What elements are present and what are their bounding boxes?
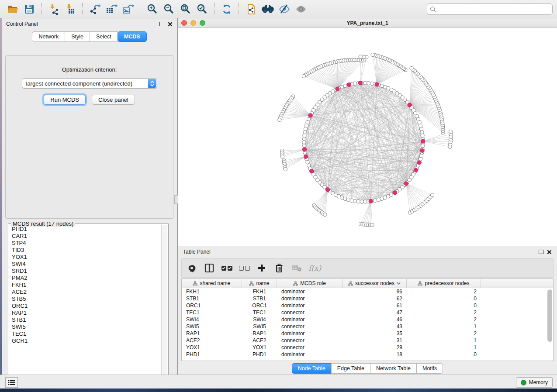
- columns-icon[interactable]: [204, 262, 215, 274]
- memory-status-icon: [521, 380, 526, 385]
- tab-style[interactable]: Style: [65, 31, 90, 42]
- mcds-result-item[interactable]: ACE2: [10, 289, 161, 296]
- delete-table-icon: [291, 262, 302, 274]
- deselect-all-icon[interactable]: [239, 262, 250, 274]
- open-session-icon[interactable]: [5, 2, 20, 16]
- table-row[interactable]: FKH1FKH1dominator962: [182, 288, 553, 295]
- network-titlebar: YPA_prune.txt_1: [178, 18, 557, 28]
- optimization-criterion-label: Optimization criterion:: [6, 66, 173, 73]
- export-network-icon[interactable]: [87, 2, 102, 16]
- zoom-out-icon[interactable]: [162, 2, 176, 16]
- column-header-successor-nodes[interactable]: successor nodes: [343, 279, 407, 288]
- global-search: [427, 3, 553, 15]
- cell-predecessor-nodes: 2: [407, 330, 481, 337]
- table-body: FKH1FKH1dominator962STB1STB1dominator620…: [182, 288, 553, 358]
- column-header-name[interactable]: name: [242, 279, 277, 288]
- mcds-result-item[interactable]: SRD1: [10, 268, 161, 275]
- import-network-icon[interactable]: [46, 2, 61, 16]
- run-mcds-button[interactable]: Run MCDS: [44, 95, 86, 105]
- cell-shared-name: TEC1: [182, 309, 242, 316]
- tab-select[interactable]: Select: [90, 31, 118, 42]
- zoom-in-icon[interactable]: [145, 2, 160, 16]
- close-table-panel-icon[interactable]: [547, 250, 552, 254]
- cell-shared-name: STB1: [182, 296, 242, 302]
- fit-selected-icon[interactable]: [195, 2, 210, 16]
- tab-network-table[interactable]: Network Table: [370, 363, 417, 374]
- show-graphics-details-icon[interactable]: [294, 2, 308, 16]
- column-header-shared-name[interactable]: shared name: [182, 279, 242, 288]
- gear-icon[interactable]: [186, 262, 197, 274]
- mcds-result-item[interactable]: FKH1: [10, 282, 161, 289]
- table-scrollbar[interactable]: [547, 289, 552, 359]
- table-row[interactable]: YOX1YOX1connector291: [182, 344, 553, 351]
- close-panel-icon[interactable]: [168, 22, 173, 27]
- tab-mcds[interactable]: MCDS: [118, 31, 147, 42]
- criterion-dropdown[interactable]: largest connected component (undirected): [22, 78, 157, 89]
- network-canvas[interactable]: [178, 28, 557, 246]
- tab-edge-table[interactable]: Edge Table: [331, 363, 370, 374]
- mcds-result-item[interactable]: SWI4: [10, 261, 161, 268]
- cell-successor-nodes: 62: [343, 296, 407, 302]
- table-row[interactable]: SWI5SWI5connector431: [182, 323, 553, 330]
- cell-successor-nodes: 29: [343, 344, 407, 351]
- toolbar-separator: [140, 3, 141, 15]
- cell-name: ACE2: [242, 337, 277, 344]
- mcds-result-item[interactable]: ORC1: [10, 303, 161, 309]
- add-icon[interactable]: [256, 262, 267, 274]
- export-table-icon[interactable]: [104, 2, 119, 16]
- select-all-icon[interactable]: [221, 262, 232, 274]
- hide-graphics-details-icon[interactable]: [277, 2, 292, 16]
- table-scrollbar-thumb[interactable]: [547, 289, 552, 342]
- cell-MCDS-role: connector: [277, 323, 343, 330]
- cell-MCDS-role: dominator: [277, 316, 343, 323]
- search-icon: [430, 6, 436, 12]
- mcds-result-item[interactable]: TEC1: [10, 330, 161, 337]
- mcds-result-item[interactable]: PHD1: [10, 226, 161, 233]
- import-table-icon[interactable]: [63, 2, 78, 16]
- mcds-result-item[interactable]: STP4: [10, 240, 161, 247]
- table-row[interactable]: SWI4SWI4dominator462: [182, 316, 553, 323]
- mcds-result-item[interactable]: GCR1: [10, 337, 161, 344]
- mcds-result-item[interactable]: STB5: [10, 296, 161, 303]
- search-input[interactable]: [438, 6, 550, 13]
- close-panel-button[interactable]: Close panel: [92, 95, 135, 105]
- cell-predecessor-nodes: 1: [407, 337, 481, 344]
- tab-node-table[interactable]: Node Table: [292, 363, 332, 374]
- mcds-result-item[interactable]: PMA2: [10, 275, 161, 282]
- toolbar-separator: [239, 3, 239, 15]
- cell-MCDS-role: dominator: [277, 351, 343, 358]
- tab-network[interactable]: Network: [32, 31, 65, 42]
- refresh-icon[interactable]: [219, 2, 234, 16]
- memory-button[interactable]: Memory: [516, 377, 553, 388]
- export-image-icon[interactable]: [121, 2, 135, 16]
- table-row[interactable]: ORC1ORC1dominator610: [182, 302, 553, 309]
- cell-MCDS-role: connector: [277, 309, 343, 316]
- float-table-panel-icon[interactable]: [539, 250, 543, 254]
- table-row[interactable]: ACE2ACE2connector311: [182, 337, 553, 344]
- table-row[interactable]: STB1STB1dominator620: [182, 295, 553, 302]
- column-header-MCDS-role[interactable]: MCDS role: [277, 279, 343, 288]
- float-panel-icon[interactable]: [159, 22, 164, 26]
- search-objects-icon[interactable]: [260, 2, 275, 16]
- task-history-button[interactable]: [5, 377, 18, 388]
- mcds-result-item[interactable]: RAP1: [10, 309, 161, 316]
- mcds-result-item[interactable]: STB1: [10, 316, 161, 323]
- column-header-predecessor-nodes[interactable]: predecessor nodes: [407, 279, 481, 288]
- cell-MCDS-role: dominator: [277, 303, 343, 309]
- cell-successor-nodes: 18: [343, 351, 407, 358]
- mcds-result-item[interactable]: TID3: [10, 247, 161, 254]
- table-row[interactable]: RAP1RAP1dominator352: [182, 330, 553, 337]
- table-row[interactable]: PHD1PHD1dominator180: [182, 351, 553, 358]
- result-list-scrollbar[interactable]: [161, 225, 167, 384]
- mcds-result-item[interactable]: SWI5: [10, 323, 161, 330]
- mcds-result-item[interactable]: CAR1: [10, 233, 161, 240]
- clone-network-icon[interactable]: [244, 2, 259, 16]
- fit-content-icon[interactable]: [178, 2, 193, 16]
- mcds-result-item[interactable]: YOX1: [10, 254, 161, 261]
- cell-shared-name: SWI4: [182, 316, 242, 323]
- save-session-icon[interactable]: [22, 2, 37, 16]
- tab-motifs[interactable]: Motifs: [416, 363, 443, 374]
- table-row[interactable]: TEC1TEC1connector472: [182, 309, 553, 316]
- control-panel-tabs: NetworkStyleSelectMCDS: [2, 31, 177, 42]
- trash-icon[interactable]: [273, 262, 285, 274]
